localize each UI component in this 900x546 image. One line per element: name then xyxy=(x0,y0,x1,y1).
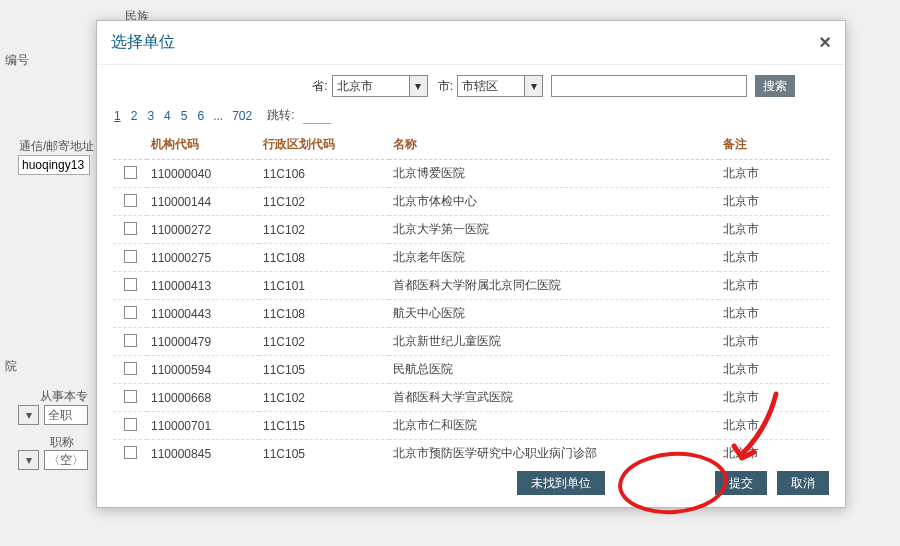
row-code: 110000701 xyxy=(147,412,259,440)
row-name: 航天中心医院 xyxy=(389,300,719,328)
select-unit-modal: 选择单位 × 省: 北京市 ▾ 市: 市辖区 ▾ 搜索 1 2 3 4 5 6 … xyxy=(96,20,846,508)
not-found-button[interactable]: 未找到单位 xyxy=(517,471,605,495)
row-checkbox[interactable] xyxy=(113,160,147,188)
row-admin: 11C102 xyxy=(259,328,389,356)
row-remark: 北京市 xyxy=(719,300,829,328)
table-row[interactable]: 11000027511C108北京老年医院北京市 xyxy=(113,244,829,272)
row-code: 110000668 xyxy=(147,384,259,412)
province-label: 省: xyxy=(312,78,327,95)
cancel-button[interactable]: 取消 xyxy=(777,471,829,495)
row-remark: 北京市 xyxy=(719,328,829,356)
row-name: 民航总医院 xyxy=(389,356,719,384)
province-select[interactable]: 北京市 ▾ xyxy=(332,75,428,97)
row-checkbox[interactable] xyxy=(113,356,147,384)
page-link[interactable]: 2 xyxy=(131,109,138,123)
page-link[interactable]: 1 xyxy=(114,109,121,123)
bg-address-input[interactable] xyxy=(18,155,90,175)
bg-cong-label: 从事本专 xyxy=(40,388,88,405)
row-checkbox[interactable] xyxy=(113,328,147,356)
province-value: 北京市 xyxy=(337,78,373,95)
page-link[interactable]: 6 xyxy=(197,109,204,123)
row-name: 首都医科大学宣武医院 xyxy=(389,384,719,412)
search-button[interactable]: 搜索 xyxy=(755,75,795,97)
modal-footer: 未找到单位 提交 取消 xyxy=(97,459,845,507)
bg-dropdown-arrow-1[interactable]: ▾ xyxy=(18,405,39,425)
jump-input[interactable] xyxy=(303,108,331,124)
table-row[interactable]: 11000059411C105民航总医院北京市 xyxy=(113,356,829,384)
row-remark: 北京市 xyxy=(719,440,829,460)
table-row[interactable]: 11000004011C106北京博爱医院北京市 xyxy=(113,160,829,188)
row-name: 北京新世纪儿童医院 xyxy=(389,328,719,356)
row-remark: 北京市 xyxy=(719,384,829,412)
table-row[interactable]: 11000070111C115北京市仁和医院北京市 xyxy=(113,412,829,440)
row-code: 110000594 xyxy=(147,356,259,384)
city-label: 市: xyxy=(438,78,453,95)
table-row[interactable]: 11000044311C108航天中心医院北京市 xyxy=(113,300,829,328)
row-name: 北京博爱医院 xyxy=(389,160,719,188)
row-name: 北京市仁和医院 xyxy=(389,412,719,440)
row-checkbox[interactable] xyxy=(113,300,147,328)
table-row[interactable]: 11000047911C102北京新世纪儿童医院北京市 xyxy=(113,328,829,356)
col-name: 名称 xyxy=(389,130,719,160)
chevron-down-icon: ▾ xyxy=(524,76,542,96)
table-row[interactable]: 11000027211C102北京大学第一医院北京市 xyxy=(113,216,829,244)
row-admin: 11C106 xyxy=(259,160,389,188)
pagination: 1 2 3 4 5 6 ... 702 跳转: xyxy=(97,105,845,130)
close-icon[interactable]: × xyxy=(819,31,831,54)
bg-dropdown-arrow-2[interactable]: ▾ xyxy=(18,450,39,470)
row-remark: 北京市 xyxy=(719,272,829,300)
col-code: 机构代码 xyxy=(147,130,259,160)
col-remark: 备注 xyxy=(719,130,829,160)
bg-select-1[interactable]: 全职 xyxy=(44,405,88,425)
row-remark: 北京市 xyxy=(719,188,829,216)
bg-select-2[interactable]: 〈空〉 xyxy=(44,450,88,470)
row-code: 110000144 xyxy=(147,188,259,216)
row-admin: 11C108 xyxy=(259,244,389,272)
row-admin: 11C105 xyxy=(259,356,389,384)
page-link-last[interactable]: 702 xyxy=(232,109,252,123)
row-admin: 11C108 xyxy=(259,300,389,328)
row-name: 北京大学第一医院 xyxy=(389,216,719,244)
table-row[interactable]: 11000066811C102首都医科大学宣武医院北京市 xyxy=(113,384,829,412)
row-code: 110000443 xyxy=(147,300,259,328)
bg-address-label: 通信/邮寄地址 xyxy=(19,138,94,155)
row-code: 110000040 xyxy=(147,160,259,188)
row-code: 110000275 xyxy=(147,244,259,272)
row-code: 110000479 xyxy=(147,328,259,356)
modal-header: 选择单位 × xyxy=(97,21,845,65)
search-input[interactable] xyxy=(551,75,747,97)
row-remark: 北京市 xyxy=(719,356,829,384)
bg-zhi-label: 职称 xyxy=(50,434,74,451)
page-link[interactable]: 4 xyxy=(164,109,171,123)
row-checkbox[interactable] xyxy=(113,384,147,412)
background-form: 民族 编号 通信/邮寄地址 院 从事本专 职称 ▾ 全职 ▾ 〈空〉 xyxy=(0,0,900,10)
row-remark: 北京市 xyxy=(719,244,829,272)
bg-yuan-label: 院 xyxy=(5,358,17,375)
row-checkbox[interactable] xyxy=(113,244,147,272)
page-ellipsis: ... xyxy=(213,109,223,123)
row-name: 首都医科大学附属北京同仁医院 xyxy=(389,272,719,300)
page-link[interactable]: 5 xyxy=(181,109,188,123)
table-row[interactable]: 11000084511C105北京市预防医学研究中心职业病门诊部北京市 xyxy=(113,440,829,460)
table-row[interactable]: 11000014411C102北京市体检中心北京市 xyxy=(113,188,829,216)
row-admin: 11C102 xyxy=(259,216,389,244)
col-checkbox xyxy=(113,130,147,160)
table-row[interactable]: 11000041311C101首都医科大学附属北京同仁医院北京市 xyxy=(113,272,829,300)
row-admin: 11C102 xyxy=(259,188,389,216)
jump-label: 跳转: xyxy=(267,107,294,124)
row-checkbox[interactable] xyxy=(113,188,147,216)
row-admin: 11C115 xyxy=(259,412,389,440)
row-checkbox[interactable] xyxy=(113,412,147,440)
row-name: 北京老年医院 xyxy=(389,244,719,272)
submit-button[interactable]: 提交 xyxy=(715,471,767,495)
city-select[interactable]: 市辖区 ▾ xyxy=(457,75,543,97)
page-link[interactable]: 3 xyxy=(147,109,154,123)
row-name: 北京市预防医学研究中心职业病门诊部 xyxy=(389,440,719,460)
row-checkbox[interactable] xyxy=(113,216,147,244)
row-checkbox[interactable] xyxy=(113,440,147,460)
row-checkbox[interactable] xyxy=(113,272,147,300)
modal-title: 选择单位 xyxy=(111,32,175,53)
row-remark: 北京市 xyxy=(719,412,829,440)
city-value: 市辖区 xyxy=(462,78,498,95)
row-admin: 11C101 xyxy=(259,272,389,300)
